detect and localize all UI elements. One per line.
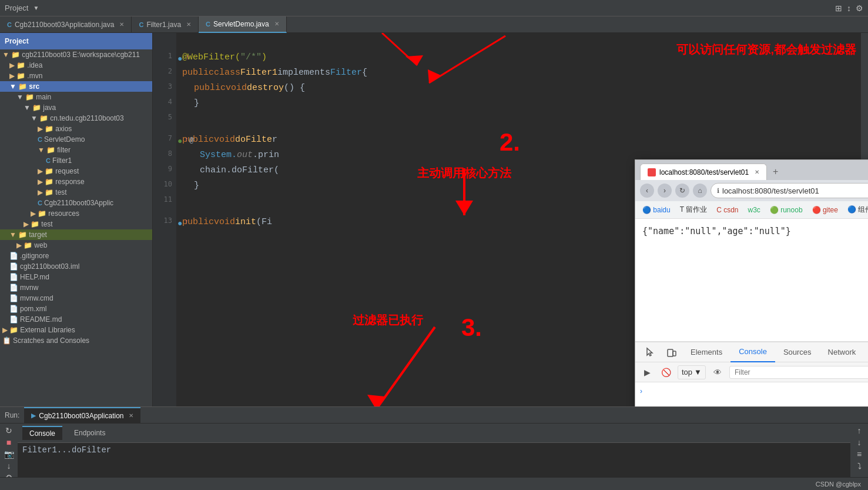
gutter-up-arrow-7: ↑ — [185, 135, 189, 146]
sidebar-item-mvnw[interactable]: 📄 mvnw — [0, 282, 152, 293]
console-subtab[interactable]: Console — [22, 426, 62, 440]
ide-container: Project ▼ ⊞ ↕ ⚙ C Cgb2110boot03Applicati… — [0, 0, 868, 490]
tab-close-1[interactable]: ✕ — [186, 21, 191, 28]
sidebar: Project ▼ 📁 cgb2110boot03 E:\workspace\c… — [0, 33, 153, 406]
tab-filter1[interactable]: C Filter1.java ✕ — [132, 16, 199, 33]
devtools-tab-console[interactable]: Console — [730, 342, 775, 362]
sidebar-item-cgb-app[interactable]: C Cgb2110boot03Applic — [0, 198, 152, 208]
live-expression-button[interactable]: 👁 — [711, 365, 725, 379]
scroll-down-icon[interactable]: ↓ — [7, 461, 11, 471]
sidebar-item-test[interactable]: ▶ 📁 test — [0, 187, 152, 198]
refresh-button[interactable]: ↻ — [675, 184, 689, 198]
folder-icon-cn: ▼ 📁 — [31, 114, 48, 122]
bottom-tab-close[interactable]: ✕ — [129, 412, 133, 419]
bookmark-w3c[interactable]: w3c — [746, 205, 763, 215]
folder-icon-extlibs: ▶ 📁 — [2, 326, 18, 334]
sidebar-item-filter1[interactable]: C Filter1 — [0, 155, 152, 166]
bookmarks-bar: 🔵 baidu T 留作业 C csdn w3c 🟢 runoob 🔴 gite… — [635, 201, 868, 219]
run-script-button[interactable]: ▶ — [640, 365, 654, 379]
device-toolbar-button[interactable] — [661, 342, 682, 362]
sidebar-item-mvnwcmd[interactable]: 📄 mvnw.cmd — [0, 293, 152, 304]
code-line-5: 5 — [153, 112, 868, 127]
sidebar-item-src[interactable]: ▼ 📁 src — [0, 81, 152, 92]
filter-icon[interactable]: ≡ — [857, 449, 862, 459]
home-button[interactable]: ⌂ — [693, 184, 707, 198]
sidebar-item-web[interactable]: ▶ 📁 web — [0, 240, 152, 251]
sidebar-item-resources[interactable]: ▶ 📁 resources — [0, 208, 152, 219]
bookmark-csdn[interactable]: C csdn — [714, 205, 740, 215]
code-line-7: 7 ● ↑ @ public void doFilter — [153, 133, 868, 148]
sidebar-item-cn[interactable]: ▼ 📁 cn.tedu.cgb2110boot03 — [0, 113, 152, 124]
devtools-tab-network[interactable]: Network — [820, 342, 864, 362]
endpoints-subtab[interactable]: Endpoints — [67, 426, 112, 440]
bottom-left-icons: ↻ ■ 📷 ↓ ⚙ — [0, 424, 18, 482]
sidebar-item-response[interactable]: ▶ 📁 response — [0, 176, 152, 187]
back-button[interactable]: ‹ — [640, 184, 654, 198]
bottom-panel: Run: ▶ Cgb2110boot03Application ✕ ↻ ■ 📷 … — [0, 406, 868, 477]
wrap-icon[interactable]: ⤵ — [857, 461, 862, 471]
tab-servletdemo[interactable]: C ServletDemo.java ✕ — [199, 16, 287, 33]
browser-tab-close[interactable]: ✕ — [755, 169, 759, 175]
console-filter-input[interactable] — [729, 366, 868, 379]
restart-icon[interactable]: ↻ — [5, 426, 12, 435]
address-bar[interactable]: ℹ localhost:8080/test/servlet01 — [711, 183, 868, 198]
sidebar-item-java[interactable]: ▼ 📁 java — [0, 102, 152, 113]
camera-icon[interactable]: 📷 — [4, 449, 14, 459]
bottom-run-app-tab[interactable]: ▶ Cgb2110boot03Application ✕ — [24, 407, 140, 424]
sidebar-item-main[interactable]: ▼ 📁 main — [0, 92, 152, 102]
execution-context-select[interactable]: top ▼ — [678, 365, 706, 379]
cursor-icon — [645, 347, 656, 358]
gutter-marker-13: ● — [177, 217, 182, 230]
stop-icon[interactable]: ■ — [6, 438, 11, 447]
tab-close-2[interactable]: ✕ — [274, 21, 279, 27]
devtools-tab-elements[interactable]: Elements — [682, 342, 730, 362]
tab-close-0[interactable]: ✕ — [119, 21, 124, 28]
sidebar-item-filter[interactable]: ▼ 📁 filter — [0, 145, 152, 155]
console-arrow-icon[interactable]: › — [640, 387, 642, 395]
bookmark-runoob[interactable]: 🟢 runoob — [768, 205, 805, 215]
run-app-icon: ▶ — [31, 412, 36, 419]
tab-cgb2110boot03application[interactable]: C Cgb2110boot03Application.java ✕ — [0, 16, 132, 33]
file-icon-mvnw: 📄 — [9, 284, 18, 292]
up-arrow-icon[interactable]: ↑ — [857, 426, 862, 435]
bookmark-element[interactable]: 🔵 组件 | Element — [845, 204, 868, 216]
sidebar-item-help[interactable]: 📄 HELP.md — [0, 272, 152, 282]
toolbar-chevron: ▼ — [33, 5, 39, 11]
file-icon-mvnwcmd: 📄 — [9, 294, 18, 302]
sidebar-item-extlibs[interactable]: ▶ 📁 External Libraries — [0, 325, 152, 335]
sidebar-item-iml[interactable]: 📄 cgb2110boot03.iml — [0, 261, 152, 272]
inspect-element-button[interactable] — [640, 342, 661, 362]
java-icon-filter1: C — [46, 157, 51, 164]
sidebar-item-scratches[interactable]: 📋 Scratches and Consoles — [0, 335, 152, 346]
sidebar-item-gitignore[interactable]: 📄 .gitignore — [0, 251, 152, 261]
bookmark-gitee[interactable]: 🔴 gitee — [810, 205, 840, 215]
sidebar-item-request[interactable]: ▶ 📁 request — [0, 166, 152, 176]
folder-icon-src: ▼ 📁 — [9, 82, 27, 91]
down-arrow-icon[interactable]: ↓ — [857, 438, 862, 447]
toolbar-icon-1[interactable]: ⊞ — [835, 4, 842, 13]
sidebar-item-pomxml[interactable]: 📄 pom.xml — [0, 304, 152, 314]
sidebar-item-readme[interactable]: 📄 README.md — [0, 314, 152, 325]
sidebar-item-root[interactable]: ▼ 📁 cgb2110boot03 E:\workspace\cgb211 — [0, 49, 152, 60]
sidebar-item-idea[interactable]: ▶ 📁 .idea — [0, 60, 152, 71]
new-tab-button[interactable]: + — [768, 164, 783, 180]
toolbar-icon-3[interactable]: ⚙ — [856, 4, 863, 13]
bookmark-baidu[interactable]: 🔵 baidu — [640, 205, 673, 215]
sidebar-item-test2[interactable]: ▶ 📁 test — [0, 219, 152, 229]
clear-console-button[interactable]: 🚫 — [659, 365, 673, 379]
folder-icon: ▼ 📁 — [2, 51, 20, 59]
sidebar-item-mvn[interactable]: ▶ 📁 .mvn — [0, 71, 152, 81]
project-dropdown[interactable]: Project — [5, 4, 28, 12]
browser-active-tab[interactable]: localhost:8080/test/servlet01 ✕ — [640, 164, 767, 180]
sidebar-item-servletdemo[interactable]: C ServletDemo — [0, 134, 152, 145]
sidebar-item-axios[interactable]: ▶ 📁 axios — [0, 124, 152, 134]
code-line-1: 1 ● ↑ @WebFilter("/*") — [153, 51, 868, 66]
toolbar-icon-2[interactable]: ↕ — [847, 4, 851, 13]
sidebar-item-target[interactable]: ▼ 📁 target — [0, 229, 152, 240]
devtools-tab-sources[interactable]: Sources — [775, 342, 820, 362]
forward-button[interactable]: › — [658, 184, 672, 198]
code-line-2: 2 public class Filter1 implements Filter… — [153, 66, 868, 81]
bookmark-homework[interactable]: T 留作业 — [678, 204, 709, 216]
sidebar-content[interactable]: ▼ 📁 cgb2110boot03 E:\workspace\cgb211 ▶ … — [0, 49, 152, 406]
bottom-output[interactable]: Filter1...doFilter — [18, 443, 850, 482]
